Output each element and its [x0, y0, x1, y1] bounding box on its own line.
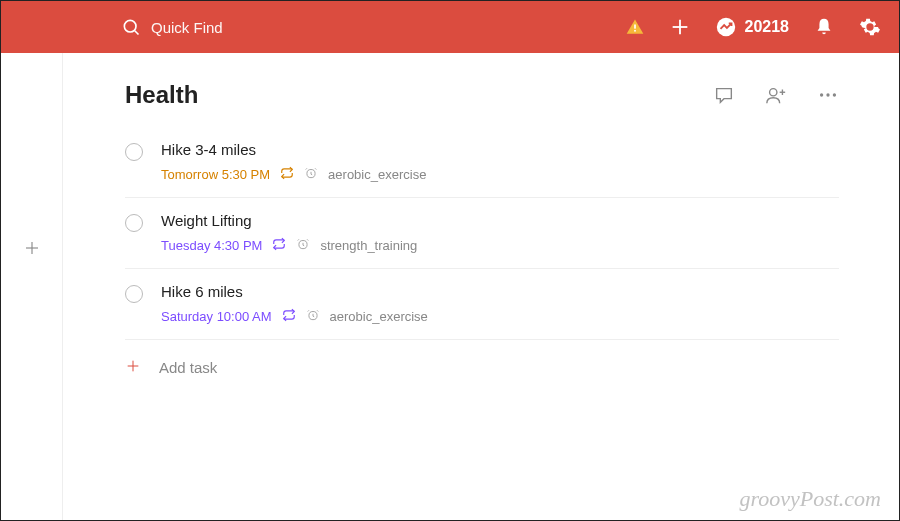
- svg-point-14: [833, 93, 836, 96]
- task-list: Hike 3-4 milesTomorrow 5:30 PMaerobic_ex…: [125, 135, 839, 340]
- watermark: groovyPost.com: [739, 486, 881, 512]
- share-icon[interactable]: [765, 84, 787, 106]
- sidebar-add-button[interactable]: [23, 239, 41, 261]
- search-placeholder: Quick Find: [151, 19, 223, 36]
- gear-icon[interactable]: [859, 16, 881, 38]
- add-task-button[interactable]: Add task: [125, 340, 839, 395]
- task-due: Tuesday 4:30 PM: [161, 238, 262, 253]
- warning-icon[interactable]: [625, 17, 645, 37]
- add-task-label: Add task: [159, 359, 217, 376]
- search-area[interactable]: Quick Find: [121, 17, 625, 37]
- task-body: Weight LiftingTuesday 4:30 PMstrength_tr…: [161, 212, 839, 254]
- task-meta: Saturday 10:00 AMaerobic_exercise: [161, 308, 839, 325]
- project-actions: [713, 84, 839, 106]
- recurring-icon: [280, 166, 294, 183]
- task-title: Hike 6 miles: [161, 283, 839, 300]
- recurring-icon: [282, 308, 296, 325]
- comment-icon[interactable]: [713, 84, 735, 106]
- main-area: Health Hike 3-4 milesTomorrow 5:30 PMaer…: [1, 53, 899, 520]
- task-checkbox[interactable]: [125, 214, 143, 232]
- task-label[interactable]: aerobic_exercise: [328, 167, 426, 182]
- task-body: Hike 3-4 milesTomorrow 5:30 PMaerobic_ex…: [161, 141, 839, 183]
- task-row[interactable]: Hike 6 milesSaturday 10:00 AMaerobic_exe…: [125, 269, 839, 340]
- svg-rect-2: [634, 25, 636, 29]
- top-actions: 20218: [625, 16, 882, 38]
- task-label[interactable]: strength_training: [320, 238, 417, 253]
- svg-point-12: [820, 93, 823, 96]
- reminder-icon: [306, 308, 320, 325]
- bell-icon[interactable]: [813, 16, 835, 38]
- task-title: Hike 3-4 miles: [161, 141, 839, 158]
- task-body: Hike 6 milesSaturday 10:00 AMaerobic_exe…: [161, 283, 839, 325]
- more-icon[interactable]: [817, 84, 839, 106]
- svg-line-1: [135, 31, 139, 35]
- recurring-icon: [272, 237, 286, 254]
- task-due: Saturday 10:00 AM: [161, 309, 272, 324]
- content: Health Hike 3-4 milesTomorrow 5:30 PMaer…: [63, 53, 899, 520]
- task-due: Tomorrow 5:30 PM: [161, 167, 270, 182]
- task-row[interactable]: Hike 3-4 milesTomorrow 5:30 PMaerobic_ex…: [125, 135, 839, 198]
- task-row[interactable]: Weight LiftingTuesday 4:30 PMstrength_tr…: [125, 198, 839, 269]
- svg-point-9: [770, 89, 777, 96]
- svg-rect-3: [634, 30, 636, 32]
- top-bar: Quick Find 20218: [1, 1, 899, 53]
- karma-points: 20218: [745, 18, 790, 36]
- task-checkbox[interactable]: [125, 285, 143, 303]
- project-header: Health: [125, 81, 839, 109]
- karma-button[interactable]: 20218: [715, 16, 790, 38]
- sidebar: [1, 53, 63, 520]
- productivity-icon: [715, 16, 737, 38]
- task-checkbox[interactable]: [125, 143, 143, 161]
- svg-point-13: [826, 93, 829, 96]
- add-task-icon[interactable]: [669, 16, 691, 38]
- svg-point-0: [124, 20, 136, 32]
- project-title: Health: [125, 81, 713, 109]
- plus-icon: [125, 358, 141, 377]
- reminder-icon: [296, 237, 310, 254]
- task-meta: Tuesday 4:30 PMstrength_training: [161, 237, 839, 254]
- task-meta: Tomorrow 5:30 PMaerobic_exercise: [161, 166, 839, 183]
- search-icon: [121, 17, 141, 37]
- task-label[interactable]: aerobic_exercise: [330, 309, 428, 324]
- reminder-icon: [304, 166, 318, 183]
- plus-icon: [23, 239, 41, 257]
- task-title: Weight Lifting: [161, 212, 839, 229]
